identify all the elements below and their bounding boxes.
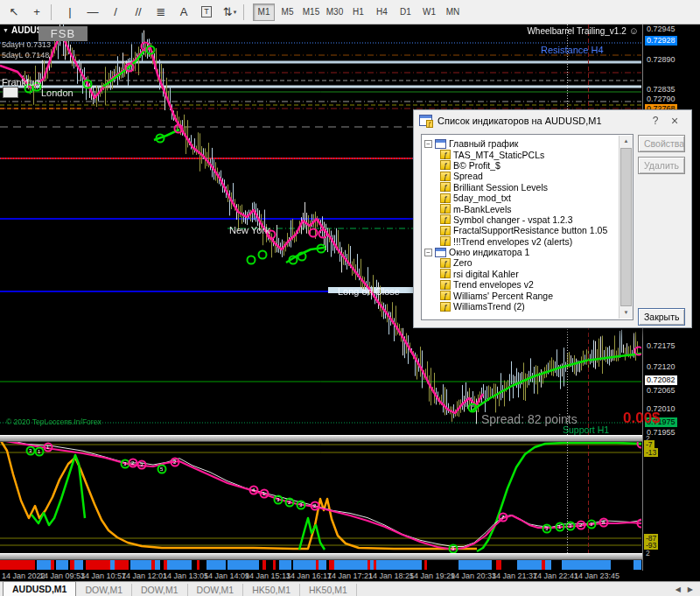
time-label: 14 Jan 23:45 xyxy=(574,571,620,580)
collapse-icon[interactable] xyxy=(424,140,432,148)
price-label: 0.72120 xyxy=(645,362,677,372)
indicator-item[interactable]: Trend envelopes v2 xyxy=(422,279,633,290)
tab-scroll-right-icon[interactable]: ▶ xyxy=(688,585,693,593)
help-button[interactable]: ? xyxy=(646,115,665,127)
chart-tabs: AUDUSD,M1DOW,M1DOW,M1DOW,M1HK50,M1HK50,M… xyxy=(0,582,357,596)
fx-icon xyxy=(440,291,451,300)
fx-icon xyxy=(440,302,451,312)
tab-DOW,M1[interactable]: DOW,M1 xyxy=(188,584,244,596)
scroll-up-icon[interactable]: ▲ xyxy=(624,136,629,147)
time-label: 14 Jan 19:29 xyxy=(410,571,455,580)
timeframe-buttons: M1M5M15M30H1H4D1W1MN xyxy=(252,0,465,24)
indicator-item[interactable]: B© Profit_$ xyxy=(422,160,633,171)
drawing-tools: ↖+|—///≣AT⇅▾ xyxy=(4,0,252,24)
tool-arrows[interactable]: ⇅▾ xyxy=(219,3,241,22)
scrollbar-thumb[interactable] xyxy=(620,148,632,306)
tab-AUDUSD,M1[interactable]: AUDUSD,M1 xyxy=(3,581,76,596)
time-label: 14 Jan 18:25 xyxy=(368,571,414,580)
tab-DOW,M1[interactable]: DOW,M1 xyxy=(132,584,188,596)
tool-text[interactable]: A xyxy=(173,3,195,22)
timeframe-M15[interactable]: M15 xyxy=(300,4,322,21)
dialog-title: Список индикаторов на AUDUSD,M1 xyxy=(438,116,646,126)
chevron-down-icon[interactable]: ▼ xyxy=(3,27,9,33)
five-day-low-label: 5dayL 0.7148 xyxy=(2,51,49,60)
fsb-button[interactable]: FSB xyxy=(38,26,88,41)
fx-icon xyxy=(440,150,451,159)
profit-label: 0.00$ xyxy=(623,410,661,427)
indicator-item[interactable]: Symbol changer - vspat 1.2.3 xyxy=(422,214,633,225)
tool-trendline[interactable]: / xyxy=(105,3,127,22)
time-label: 14 Jan 09:53 xyxy=(39,571,85,580)
pane-separator[interactable] xyxy=(0,435,642,442)
level-label: 2 xyxy=(644,549,652,557)
price-label: 0.72790 xyxy=(645,95,677,104)
tool-fibonacci[interactable]: ≣ xyxy=(150,3,172,22)
time-label: 14 Jan 14:09 xyxy=(204,571,249,580)
tab-HK50,M1[interactable]: HK50,M1 xyxy=(243,584,300,596)
timeframe-H4[interactable]: H4 xyxy=(371,4,393,21)
timeframe-MN[interactable]: MN xyxy=(442,4,464,21)
session-box[interactable] xyxy=(3,87,18,98)
indicator-item[interactable]: Главный график xyxy=(422,138,633,149)
time-label: 14 Jan 21:37 xyxy=(492,571,537,580)
indicator-item[interactable]: WilliamsTrend (2) xyxy=(422,301,633,312)
properties-button[interactable]: Свойства xyxy=(638,135,685,152)
fx-icon xyxy=(440,269,451,278)
delete-button[interactable]: Удалить xyxy=(638,157,685,174)
tool-vertical-line[interactable]: | xyxy=(60,3,81,22)
timeframe-D1[interactable]: D1 xyxy=(395,4,416,21)
fx-icon xyxy=(440,214,451,224)
tool-cursor[interactable]: ↖ xyxy=(4,3,25,22)
tab-scroll-left-icon[interactable]: ◀ xyxy=(676,585,681,593)
indicator-item[interactable]: !!!Trend envelopes v2 (alerts) xyxy=(422,236,633,247)
fx-icon xyxy=(440,160,451,170)
collapse-icon[interactable] xyxy=(424,249,432,256)
tool-separator[interactable] xyxy=(51,4,56,20)
indicator-item[interactable]: TAS_MT4_StaticPCLs xyxy=(422,149,633,159)
timeframe-M1[interactable]: M1 xyxy=(253,4,275,21)
tab-HK50,M1[interactable]: HK50,M1 xyxy=(300,584,357,596)
tool-label[interactable]: T xyxy=(196,3,218,22)
indicator-item[interactable]: Williams' Percent Range xyxy=(422,290,633,300)
indicators-dialog-icon xyxy=(419,115,432,126)
session-label-new-york: New York xyxy=(229,225,270,235)
timeframe-W1[interactable]: W1 xyxy=(418,4,440,21)
time-label: 14 Jan 22:41 xyxy=(533,571,578,580)
indicator-item[interactable]: Zero xyxy=(422,257,633,268)
spread-label: Spread: 82 points xyxy=(481,412,578,426)
close-icon[interactable]: × xyxy=(665,114,684,128)
toolbar: ↖+|—///≣AT⇅▾ M1M5M15M30H1H4D1W1MN xyxy=(0,0,700,25)
fx-icon xyxy=(440,172,451,181)
price-label: 0.72835 xyxy=(645,85,677,95)
indicator-item[interactable]: Окно индикатора 1 xyxy=(422,247,633,257)
timeframe-H1[interactable]: H1 xyxy=(347,4,369,21)
list-scrollbar[interactable]: ▲ ▼ xyxy=(619,136,633,319)
tool-equidistant-channel[interactable]: // xyxy=(128,3,150,22)
time-label: 14 Jan 12:01 xyxy=(122,571,167,580)
tool-horizontal-line[interactable]: — xyxy=(82,3,104,22)
indicator-item[interactable]: rsi digital Kahler xyxy=(422,269,633,279)
dialog-titlebar[interactable]: Список индикаторов на AUDUSD,M1 ? × xyxy=(414,110,691,130)
close-dialog-button[interactable]: Закрыть xyxy=(638,308,685,326)
smiley-icon[interactable]: ☺ xyxy=(629,25,639,36)
price-label: 0.72082 xyxy=(645,375,677,385)
indicator-item[interactable]: 5day_mod_txt xyxy=(422,193,633,203)
five-day-high-label: 5dayH 0.7313 xyxy=(2,40,51,49)
wheelbarrel-label: Wheelbarrel Trailing_v1.2☺ xyxy=(527,25,639,36)
timeframe-M30[interactable]: M30 xyxy=(324,4,346,21)
indicator-item[interactable]: Spread xyxy=(422,171,633,181)
tool-separator[interactable] xyxy=(243,4,248,20)
timeframe-M5[interactable]: M5 xyxy=(276,4,298,21)
session-label-london: London xyxy=(41,88,74,98)
tab-DOW,M1[interactable]: DOW,M1 xyxy=(76,584,132,596)
indicator-item[interactable]: m-BankLevels xyxy=(422,203,633,214)
indicator-list: Главный график TAS_MT4_StaticPCLs B© Pro… xyxy=(421,134,634,320)
indicator-item[interactable]: FractalSupportResistance button 1.05 xyxy=(422,225,633,235)
indicator-item[interactable]: Brilliant Session Levels xyxy=(422,182,633,193)
tool-crosshair[interactable]: + xyxy=(26,3,48,22)
fx-icon xyxy=(440,193,451,203)
time-label: 14 Jan 10:57 xyxy=(80,571,126,580)
scroll-down-icon[interactable]: ▼ xyxy=(624,307,629,319)
pane-separator[interactable] xyxy=(0,553,642,560)
indicators-dialog: Список индикаторов на AUDUSD,M1 ? × Глав… xyxy=(413,109,692,328)
